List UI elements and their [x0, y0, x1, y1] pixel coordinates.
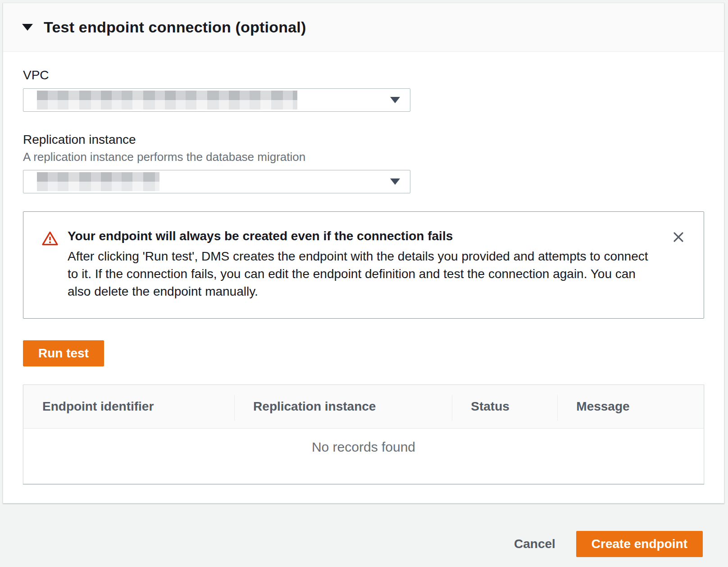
replication-instance-select[interactable] [23, 170, 410, 193]
column-header-endpoint-identifier: Endpoint identifier [23, 385, 234, 429]
form-footer: Cancel Create endpoint [0, 503, 728, 567]
cancel-button[interactable]: Cancel [514, 537, 555, 551]
empty-state-row: No records found [23, 429, 704, 484]
test-endpoint-panel: Test endpoint connection (optional) VPC … [3, 3, 724, 503]
dropdown-caret-icon [390, 97, 400, 103]
column-header-message: Message [557, 385, 704, 429]
replication-instance-field: Replication instance A replication insta… [23, 133, 704, 193]
dropdown-caret-icon [390, 178, 400, 185]
empty-state-message: No records found [23, 429, 704, 484]
section-title: Test endpoint connection (optional) [44, 18, 306, 36]
warning-content: Your endpoint will always be created eve… [68, 229, 653, 300]
triangle-down-icon [22, 24, 33, 31]
table-header-row: Endpoint identifier Replication instance… [23, 385, 704, 429]
warning-title: Your endpoint will always be created eve… [68, 229, 653, 243]
warning-body: After clicking 'Run test', DMS creates t… [68, 247, 653, 300]
column-header-replication-instance: Replication instance [234, 385, 452, 429]
warning-triangle-icon [41, 231, 59, 246]
vpc-label: VPC [23, 68, 704, 82]
vpc-field: VPC [23, 68, 704, 112]
run-test-button[interactable]: Run test [23, 340, 104, 366]
replication-instance-label: Replication instance [23, 133, 704, 147]
warning-alert: Your endpoint will always be created eve… [23, 211, 704, 319]
vpc-select[interactable] [23, 88, 410, 112]
column-header-status: Status [452, 385, 557, 429]
close-icon [671, 239, 686, 246]
vpc-redacted-value [37, 91, 297, 110]
create-endpoint-button[interactable]: Create endpoint [576, 531, 703, 557]
replication-instance-redacted-value [37, 172, 159, 191]
connection-results-table: Endpoint identifier Replication instance… [23, 384, 704, 484]
replication-instance-description: A replication instance performs the data… [23, 150, 704, 164]
close-warning-button[interactable] [670, 229, 687, 245]
section-toggle[interactable]: Test endpoint connection (optional) [3, 3, 724, 52]
section-body: VPC Replication instance A replication i… [3, 52, 724, 503]
